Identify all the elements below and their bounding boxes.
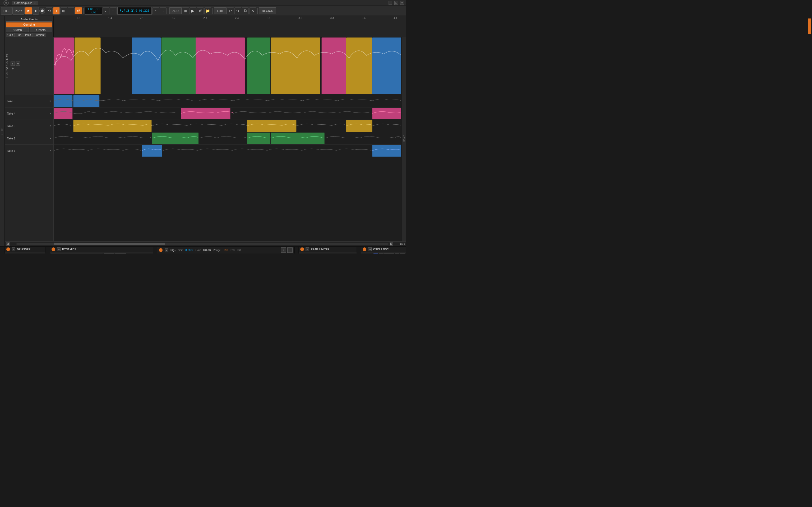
nudge-down-button[interactable]: ↓ (160, 7, 166, 14)
stop-button[interactable]: ■ (33, 7, 39, 14)
edit-button[interactable]: EDIT (214, 7, 226, 14)
stretch-onsets: Stretch Onsets (6, 27, 52, 32)
take5-track[interactable] (54, 95, 401, 108)
sync-button[interactable]: ↔ (110, 7, 117, 14)
take4-remove[interactable]: × (49, 112, 51, 115)
range-opt-10[interactable]: ±10 (223, 249, 229, 251)
gain-button[interactable]: Gain (6, 33, 14, 37)
trigger-arrow-button[interactable]: → (395, 253, 399, 253)
stretch-button[interactable]: Stretch (6, 27, 29, 32)
tracks-section: LEAD VOCALS #1 S M + Take 5 × (5, 37, 406, 241)
de-esser-mono[interactable]: M (12, 247, 15, 251)
loop-mode-button[interactable]: ↺ (75, 7, 82, 14)
redo-button[interactable]: ↪ (235, 7, 241, 14)
add-take-button[interactable]: + (53, 7, 59, 14)
maximize-button[interactable]: □ (394, 1, 398, 5)
record-button[interactable] (39, 8, 45, 14)
main-comp-track[interactable] (54, 37, 401, 95)
toolbar: FILE PLAY ▶ ■ ⟲ + ⊞ + ↺ 110.00 4/4 ♩ ↔ 3… (0, 6, 406, 16)
take5-label: Take 5 × (5, 95, 53, 108)
metronome-button[interactable]: ♩ (103, 7, 109, 14)
add-track-button[interactable]: + (68, 7, 74, 14)
nudge-up-button[interactable]: ↑ (152, 7, 159, 14)
take-labels: Take 5 × Take 4 × Take 3 × Take 2 × (5, 95, 53, 241)
trigger-play-button[interactable]: ▶ (400, 253, 405, 253)
eq-power[interactable] (159, 248, 162, 252)
osc-power[interactable] (363, 247, 366, 251)
dynamics-power[interactable] (52, 247, 55, 251)
take2-track[interactable] (54, 132, 401, 145)
play-label-button[interactable]: PLAY (12, 7, 24, 14)
rms-button[interactable]: RMS (115, 253, 126, 253)
take3-remove[interactable]: × (49, 124, 51, 128)
scroll-track[interactable] (16, 243, 389, 245)
trigger-wave-button[interactable]: ⌒ (389, 253, 394, 253)
pitch-button[interactable]: Pitch (23, 33, 33, 37)
folder-button[interactable]: 📁 (204, 7, 211, 14)
app-tab[interactable]: CompingGUI* × (12, 1, 38, 5)
add-plugin-button-4[interactable]: + (357, 247, 361, 253)
de-esser-power[interactable] (6, 247, 10, 251)
comping-button[interactable]: Comping (6, 22, 52, 27)
add-lane-button[interactable]: + (11, 66, 52, 70)
region-button[interactable]: REGION (259, 7, 276, 14)
osc-mono[interactable]: M (368, 247, 372, 251)
eq-mono[interactable]: M (165, 248, 168, 252)
copy-button[interactable]: ⧉ (242, 7, 249, 14)
take5-remove[interactable]: × (49, 99, 51, 103)
play-button[interactable]: ▶ (25, 7, 32, 14)
scroll-right[interactable]: ▶ (390, 242, 393, 246)
take3-track[interactable] (54, 120, 401, 132)
scroll-thumb[interactable] (54, 243, 165, 245)
peak-button[interactable]: Peak (104, 253, 114, 253)
take1-remove[interactable]: × (49, 149, 51, 153)
trigger-bar-button[interactable]: ▐ (384, 253, 389, 253)
add-button[interactable]: ADD (169, 7, 181, 14)
track-control-2[interactable]: M (15, 61, 20, 66)
minimize-button[interactable]: ─ (389, 1, 392, 5)
peak-limiter-power[interactable] (300, 247, 304, 251)
scroll-left[interactable]: ◀ (6, 242, 9, 246)
tempo-display[interactable]: 110.00 4/4 (85, 7, 102, 14)
track-control-1[interactable]: S (11, 61, 15, 66)
rewind-button[interactable]: ↺ (197, 7, 204, 14)
grid-button[interactable]: ⊞ (60, 7, 67, 14)
eq-shift-label: Shift (178, 249, 183, 251)
clip-label: CLIP (0, 16, 5, 246)
play2-button[interactable]: ▶ (190, 7, 196, 14)
onsets-button[interactable]: Onsets (30, 27, 53, 32)
range-opt-20[interactable]: ±20 (229, 249, 235, 251)
add-plugin-button-2[interactable]: + (153, 247, 157, 253)
eq-arrow-down[interactable]: ↓ (287, 247, 293, 253)
track-content (54, 37, 401, 241)
close-button[interactable]: × (400, 1, 404, 5)
osc-controls: Trigger A B ▐ ⌒ → ▶ Hold 320 ms (362, 253, 405, 253)
range-opt-30[interactable]: ±30 (236, 249, 242, 251)
file-button[interactable]: FILE (1, 7, 12, 14)
ruler-mark-34: 3.4 (362, 17, 365, 19)
tab-close[interactable]: × (34, 1, 36, 4)
tab-label: CompingGUI* (14, 1, 32, 4)
audio-events-label[interactable]: Audio Events (6, 17, 52, 22)
take1-track[interactable] (54, 145, 401, 157)
loop-button[interactable]: ⟲ (46, 7, 53, 14)
trigger-a-button[interactable]: A (373, 253, 378, 253)
eq-arrow-up[interactable]: ↑ (281, 247, 286, 253)
take2-remove[interactable]: × (49, 136, 51, 140)
delete-button[interactable]: ✕ (249, 7, 256, 14)
trigger-b-button[interactable]: B (379, 253, 384, 253)
dynamics-mono[interactable]: M (57, 247, 60, 251)
add-plugin-button-3[interactable]: + (295, 247, 299, 253)
formant-button[interactable]: Formant (33, 33, 46, 37)
scroll-page: 1/16 (394, 242, 405, 245)
take4-track[interactable] (54, 108, 401, 120)
undo-button[interactable]: ↩ (227, 7, 234, 14)
de-esser-content: 4.49 kHz ◀ ▶ Amount 10 20 (5, 252, 45, 253)
pan-button[interactable]: Pan (15, 33, 23, 37)
track-labels: LEAD VOCALS #1 S M + Take 5 × (5, 37, 54, 241)
position-display[interactable]: 3.2.3.31 0:05.225 (117, 7, 152, 14)
pl-mono[interactable]: M (306, 247, 309, 251)
add-plugin-button[interactable]: + (46, 247, 50, 253)
osc-body: Trigger A B ▐ ⌒ → ▶ Hold 320 ms (361, 252, 406, 253)
marker-button[interactable]: ⊞ (182, 7, 189, 14)
